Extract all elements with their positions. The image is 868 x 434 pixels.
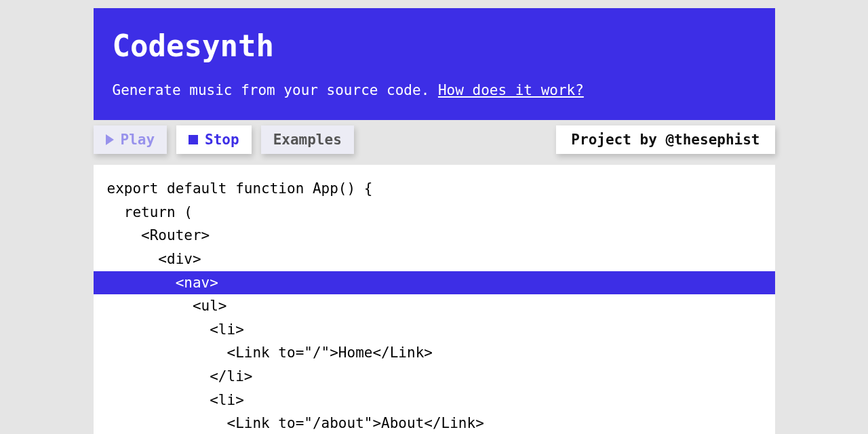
stop-label: Stop bbox=[205, 132, 239, 148]
code-line: </li> bbox=[94, 365, 775, 389]
app-title: Codesynth bbox=[113, 28, 756, 63]
code-line: <Link to="/">Home</Link> bbox=[94, 341, 775, 365]
toolbar: Play Stop Examples Project by @thesephis… bbox=[94, 125, 775, 154]
stop-icon bbox=[189, 135, 198, 144]
code-line: return ( bbox=[94, 201, 775, 224]
code-line: <div> bbox=[94, 248, 775, 271]
code-line: <ul> bbox=[94, 294, 775, 318]
stop-button[interactable]: Stop bbox=[176, 125, 252, 154]
app-subtitle: Generate music from your source code. Ho… bbox=[113, 82, 756, 98]
credit-prefix: Project by bbox=[571, 132, 665, 148]
code-line: export default function App() { bbox=[94, 177, 775, 201]
code-line: <nav> bbox=[94, 271, 775, 295]
examples-button[interactable]: Examples bbox=[261, 125, 354, 154]
how-it-works-link[interactable]: How does it work? bbox=[438, 82, 584, 98]
code-line: <li> bbox=[94, 318, 775, 342]
code-line: <Router> bbox=[94, 224, 775, 248]
play-label: Play bbox=[121, 132, 155, 148]
play-icon bbox=[106, 134, 114, 145]
code-line: <Link to="/about">About</Link> bbox=[94, 412, 775, 434]
project-credit[interactable]: Project by @thesephist bbox=[556, 125, 774, 154]
play-button[interactable]: Play bbox=[94, 125, 167, 154]
header: Codesynth Generate music from your sourc… bbox=[94, 8, 775, 120]
credit-handle: @thesephist bbox=[665, 132, 760, 148]
code-line: <li> bbox=[94, 389, 775, 412]
examples-label: Examples bbox=[273, 132, 342, 148]
code-editor[interactable]: export default function App() { return (… bbox=[94, 165, 775, 434]
subtitle-text: Generate music from your source code. bbox=[113, 82, 438, 98]
